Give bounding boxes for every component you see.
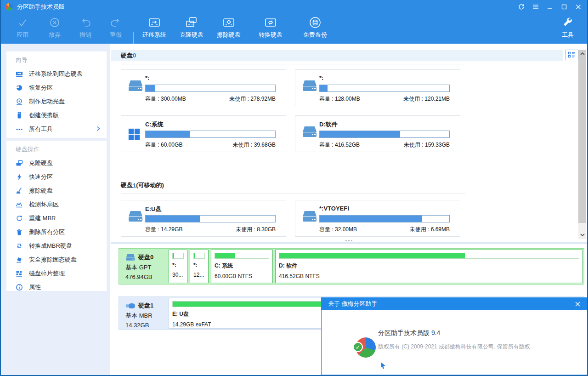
- partition-card-disk0-p1[interactable]: *: 容量 : 300.00MB 未使用 : 278.92MB: [121, 69, 286, 106]
- disk0-partition-2[interactable]: *: 12...: [190, 250, 209, 283]
- sidebar-item-label: 检测坏扇区: [29, 200, 59, 209]
- sidebar-item-label: 恢复分区: [29, 84, 53, 92]
- sidebar-item-label: 创建便携版: [29, 111, 59, 120]
- panel-splitter-handle[interactable]: [111, 239, 587, 242]
- hdd-icon: [302, 211, 317, 224]
- partition-name: *:: [145, 74, 149, 81]
- sidebar-item-secure-erase-ssd[interactable]: 安全擦除固态硬盘: [6, 253, 107, 267]
- migrate-disk-icon: [147, 16, 162, 30]
- copyright-text: 版权所有 (C) 2009-2021 成都傲梅科技有限公司. 保留所有版权.: [378, 343, 531, 351]
- lightning-icon: [16, 173, 23, 181]
- app-window: 分区助手技术员版 应用 放弃: [0, 0, 588, 376]
- check-badge-icon: ✓: [353, 342, 363, 352]
- sidebar-item-convert-to-mbr[interactable]: 转换成MBR硬盘: [6, 239, 107, 253]
- refresh-icon[interactable]: [514, 0, 528, 14]
- redo-icon: [109, 16, 123, 30]
- sidebar-item-label: 克隆硬盘: [29, 159, 53, 167]
- tools-button[interactable]: 工具: [554, 16, 582, 42]
- usage-bar: [145, 215, 276, 222]
- unused-value: 159.33GB: [425, 142, 450, 148]
- redo-button[interactable]: 重做: [101, 16, 131, 42]
- migrate-system-button[interactable]: 迁移系统: [136, 16, 172, 42]
- disk0-partition-d[interactable]: D: 软件 416.52GB NTFS: [275, 250, 583, 283]
- bootable-disc-icon: [16, 98, 23, 105]
- sidebar-item-label: 转换成MBR硬盘: [29, 242, 72, 250]
- list-view-toggle-button[interactable]: [565, 50, 578, 60]
- partition-card-disk0-c[interactable]: C:系统 容量 : 60.00GB 未使用 : 39.68GB: [121, 115, 286, 152]
- wipe-disk-button[interactable]: 擦除硬盘: [211, 16, 247, 42]
- close-icon[interactable]: [571, 0, 585, 14]
- sidebar-item-check-bad-sectors[interactable]: 检测坏扇区: [6, 198, 107, 211]
- backup-icon: [308, 16, 322, 30]
- sidebar-item-label: 迁移系统到固态硬盘: [29, 70, 83, 78]
- dialog-title-bar: 关于 傲梅分区助手: [322, 298, 588, 310]
- convert-arrows-icon: [16, 242, 23, 250]
- dialog-close-icon[interactable]: [571, 298, 584, 310]
- sidebar-item-make-bootable-media[interactable]: 制作启动光盘: [6, 95, 107, 108]
- vertical-scrollbar[interactable]: [578, 50, 586, 239]
- sidebar-item-all-tools[interactable]: 所有工具: [6, 122, 107, 136]
- undo-button[interactable]: 撤销: [70, 16, 101, 42]
- unused-value: 39.68GB: [254, 142, 276, 148]
- disk0-row[interactable]: 硬盘0 基本 GPT 476.94GB *: 30... *: 12... C:…: [119, 248, 584, 285]
- sidebar-item-label: 擦除硬盘: [29, 187, 53, 195]
- disk0-partition-c[interactable]: C: 系统 60.00GB NTFS: [211, 250, 273, 283]
- disk0-label: 硬盘0 基本 GPT 476.94GB: [120, 250, 166, 283]
- scrollbar-thumb[interactable]: [578, 50, 586, 223]
- usage-bar: [172, 253, 184, 259]
- sidebar-item-clone-disk[interactable]: 克隆硬盘: [6, 156, 107, 170]
- partition-card-disk0-d[interactable]: D:软件 容量 : 416.52GB 未使用 : 159.33GB: [295, 115, 460, 152]
- free-backup-button[interactable]: 免费备份: [297, 16, 333, 42]
- sidebar: 向导 迁移系统到固态硬盘 恢复分区 制作启动光盘 创建便携版 所有工具: [1, 44, 110, 375]
- disk0-partition-1[interactable]: *: 30...: [169, 250, 187, 283]
- usage-bar: [319, 85, 450, 92]
- capacity-value: 60.00GB: [161, 142, 182, 148]
- sidebar-item-quick-partition[interactable]: 快速分区: [6, 170, 107, 184]
- convert-disk-button[interactable]: 转换硬盘: [253, 16, 288, 42]
- discard-button[interactable]: 放弃: [40, 16, 70, 42]
- sidebar-item-create-portable[interactable]: 创建便携版: [6, 108, 107, 122]
- scroll-up-icon[interactable]: [578, 50, 586, 58]
- capacity-value: 300.00MB: [161, 96, 186, 102]
- menu-icon[interactable]: [528, 0, 543, 14]
- disk1-label: 硬盘1 基本 MBR 14.32GB: [120, 298, 166, 329]
- clone-disk-icon: [16, 160, 23, 167]
- sidebar-item-delete-all-partitions[interactable]: 删除所有分区: [6, 225, 107, 239]
- sidebar-item-migrate-os-to-ssd[interactable]: 迁移系统到固态硬盘: [6, 67, 107, 81]
- disk-group-label: 硬盘: [121, 51, 133, 60]
- partition-card-disk1-vtoyefi[interactable]: *:VTOYEFI 容量 : 32.00MB 未使用 : 6.69MB: [295, 200, 460, 237]
- windows-logo-icon: [128, 128, 141, 142]
- usage-bar: [319, 215, 450, 222]
- sidebar-item-label: 重建 MBR: [29, 214, 56, 222]
- sidebar-section-disk-operations: 硬盘操作 克隆硬盘 快速分区 擦除硬盘 检测坏扇区 重建 MBR: [6, 141, 107, 291]
- partition-name: *:VTOYEFI: [319, 205, 349, 212]
- usb-drive-icon: [125, 302, 136, 309]
- pie-recover-icon: [16, 84, 23, 91]
- clone-disk-button[interactable]: 克隆硬盘: [174, 16, 209, 42]
- defrag-blocks-icon: [16, 270, 23, 277]
- scroll-down-icon[interactable]: [578, 231, 586, 239]
- bad-sector-wave-icon: [16, 201, 23, 208]
- partition-card-disk1-e[interactable]: E:U盘 容量 : 14.29GB 未使用 : 8.30GB: [121, 200, 286, 237]
- migrate-disk-icon: [16, 70, 23, 78]
- usage-bar: [279, 253, 579, 259]
- sidebar-item-recover-partition[interactable]: 恢复分区: [6, 81, 107, 95]
- cursor-icon: [380, 362, 386, 370]
- cancel-circle-icon: [48, 16, 62, 30]
- sidebar-item-rebuild-mbr[interactable]: 重建 MBR: [6, 211, 107, 225]
- usage-bar: [319, 131, 450, 138]
- hdd-icon: [302, 80, 317, 93]
- info-icon: [16, 284, 23, 291]
- partition-list-panel: 硬盘0 *: 容量 : 300.00MB 未使用 : 278.92MB *: 容…: [111, 44, 587, 244]
- minimize-icon[interactable]: [543, 0, 557, 14]
- disk-name: 硬盘1: [138, 302, 153, 310]
- sidebar-item-disk-defrag[interactable]: 磁盘碎片整理: [6, 267, 107, 280]
- sidebar-item-label: 磁盘碎片整理: [29, 269, 65, 278]
- partition-name: E:U盘: [145, 205, 161, 213]
- apply-button[interactable]: 应用: [7, 16, 38, 42]
- maximize-icon[interactable]: [557, 0, 571, 14]
- partition-card-disk0-p2[interactable]: *: 容量 : 128.00MB 未使用 : 120.21MB: [295, 69, 460, 106]
- sidebar-item-properties[interactable]: 属性: [6, 280, 107, 294]
- sidebar-item-wipe-disk[interactable]: 擦除硬盘: [6, 184, 107, 198]
- unused-value: 120.21MB: [424, 96, 450, 102]
